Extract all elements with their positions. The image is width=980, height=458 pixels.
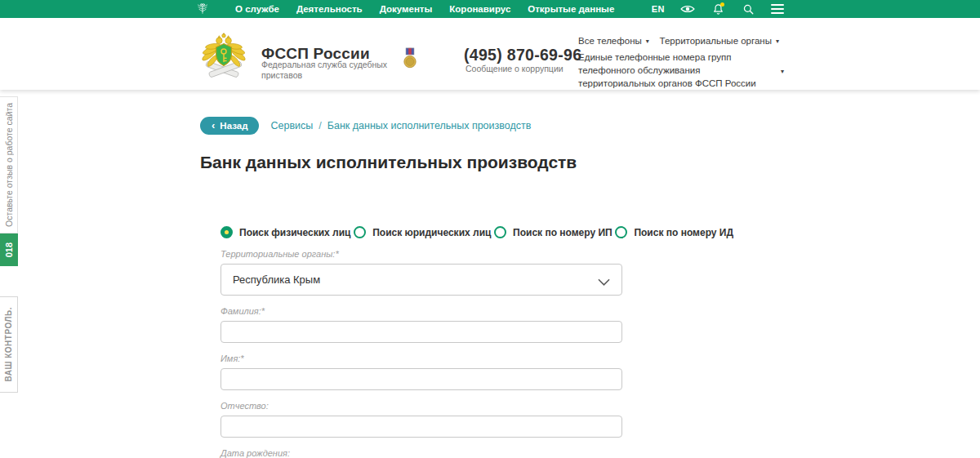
radio-search-by-id-number[interactable]: Поиск по номеру ИД (615, 226, 733, 238)
chevron-down-icon: ▾ (776, 38, 779, 45)
patronymic-label: Отчество: (220, 401, 622, 411)
radio-icon (220, 226, 233, 238)
menu-hamburger-icon[interactable] (771, 4, 784, 14)
firstname-input[interactable] (220, 368, 622, 390)
firstname-label: Имя:* (220, 354, 622, 363)
back-button[interactable]: ‹ Назад (200, 117, 259, 135)
territorial-bodies-label: Территориальные органы:* (220, 249, 622, 259)
vash-control-tab[interactable]: ВАШ КОНТРОЛЬ. (0, 296, 18, 393)
feedback-tab-label: Оставьте отзыв о работе сайта (4, 103, 14, 227)
main-content: ‹ Назад Сервисы / Банк данных исполнител… (0, 90, 980, 458)
chevron-down-icon: ▾ (646, 38, 649, 45)
radio-icon (354, 226, 366, 238)
chevron-down-icon: ▾ (781, 65, 784, 78)
corruption-phone-caption: Сообщение о коррупции (466, 64, 564, 73)
org-subtitle: Федеральная служба судебных приставов (261, 60, 408, 81)
radio-search-individuals[interactable]: Поиск физических лиц (220, 226, 351, 238)
accessibility-eye-icon[interactable] (680, 2, 695, 16)
territorial-bodies-selected-value: Республика Крым (233, 273, 320, 286)
radio-icon (494, 226, 506, 238)
radio-search-legal-entities[interactable]: Поиск юридических лиц (354, 226, 491, 238)
unified-phone-numbers-dropdown[interactable]: Единые телефонные номера групп телефонно… (578, 51, 784, 90)
badge-018-label: 018 (4, 242, 14, 257)
site-header: ФССП России Федеральная служба судебных … (0, 18, 980, 90)
radio-search-by-ip-number[interactable]: Поиск по номеру ИП (494, 226, 612, 238)
notifications-bell-icon[interactable] (710, 2, 725, 16)
page-title: Банк данных исполнительных производств (200, 153, 980, 172)
breadcrumb-link-services[interactable]: Сервисы (270, 120, 313, 131)
chevron-down-icon (598, 275, 610, 290)
notification-dot (720, 2, 724, 7)
lastname-label: Фамилия:* (220, 306, 622, 316)
eagle-emblem-icon (196, 2, 209, 16)
radio-label: Поиск по номеру ИП (513, 227, 612, 238)
breadcrumb: ‹ Назад Сервисы / Банк данных исполнител… (200, 117, 980, 135)
badge-018[interactable]: 018 (0, 233, 18, 266)
radio-icon (615, 226, 627, 238)
search-form: Поиск физических лиц Поиск юридических л… (220, 226, 622, 458)
vash-control-label: ВАШ КОНТРОЛЬ. (4, 307, 13, 382)
territorial-bodies-select[interactable]: Республика Крым (220, 264, 622, 296)
patronymic-input[interactable] (220, 416, 622, 438)
nav-item-open-data[interactable]: Открытые данные (528, 4, 614, 14)
lastname-input[interactable] (220, 321, 622, 343)
chevron-left-icon: ‹ (212, 120, 215, 131)
radio-label: Поиск по номеру ИД (634, 227, 733, 238)
fssp-logo (199, 32, 248, 81)
site-feedback-tab[interactable]: Оставьте отзыв о работе сайта (0, 96, 18, 233)
search-type-radio-group: Поиск физических лиц Поиск юридических л… (220, 226, 733, 238)
nav-item-coronavirus[interactable]: Коронавирус (449, 4, 510, 14)
territorial-bodies-dropdown[interactable]: Территориальные органы▾ (660, 34, 779, 48)
language-switch[interactable]: EN (652, 4, 665, 14)
nav-item-activity[interactable]: Деятельность (296, 4, 363, 14)
birthdate-label: Дата рождения: (220, 448, 622, 458)
all-phones-dropdown[interactable]: Все телефоны▾ (578, 34, 649, 48)
nav-item-documents[interactable]: Документы (380, 4, 433, 14)
radio-label: Поиск юридических лиц (372, 227, 491, 238)
medal-icon[interactable] (403, 47, 417, 69)
corruption-phone-number[interactable]: (495) 870-69-96 (464, 46, 581, 64)
breadcrumb-current-page[interactable]: Банк данных исполнительных производств (327, 120, 532, 131)
nav-item-about[interactable]: О службе (235, 4, 279, 14)
breadcrumb-separator: / (318, 120, 321, 131)
search-icon[interactable] (741, 2, 755, 16)
top-navbar: О службе Деятельность Документы Коронави… (0, 0, 980, 18)
radio-label: Поиск физических лиц (239, 227, 351, 238)
